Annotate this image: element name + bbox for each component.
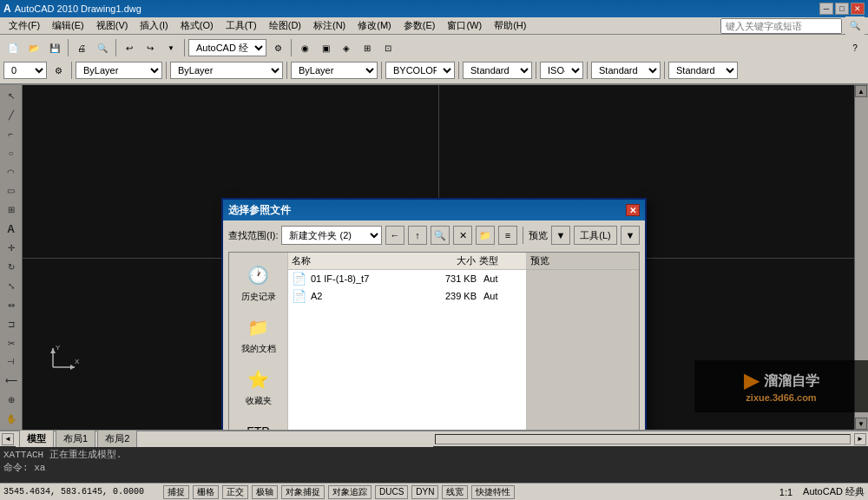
sep12: [664, 62, 665, 79]
help-btn[interactable]: ?: [845, 38, 865, 57]
tab-model[interactable]: 模型: [19, 430, 54, 447]
sep11: [587, 62, 588, 79]
tool5[interactable]: ⊡: [378, 38, 398, 57]
preview-dropdown-btn[interactable]: ▼: [551, 226, 570, 245]
menu-format[interactable]: 格式(O): [175, 18, 219, 33]
sep10: [536, 62, 536, 79]
tool1[interactable]: ◉: [295, 38, 314, 57]
linetype-combo[interactable]: ByLayer: [170, 62, 283, 79]
coordinate-display: 3545.4634, 583.6145, 0.0000: [3, 487, 160, 497]
style-combo[interactable]: Standard: [463, 62, 532, 79]
menu-view[interactable]: 视图(V): [91, 18, 134, 33]
menu-tools[interactable]: 工具(T): [220, 18, 262, 33]
grid-btn[interactable]: 栅格: [193, 485, 219, 499]
print-btn[interactable]: 🖨: [72, 38, 91, 57]
title-bar-controls: ─ □ ✕: [819, 3, 865, 15]
search-button[interactable]: 🔍: [845, 16, 865, 36]
sidebar-mydocs[interactable]: 📁 我的文档: [233, 310, 285, 359]
file-icon-0: 📄: [292, 272, 307, 286]
search-web-btn[interactable]: 🔍: [431, 226, 450, 245]
tab-layout2[interactable]: 布局2: [97, 430, 137, 447]
preview-toggle-label: 预览: [529, 229, 548, 242]
separator2: [115, 39, 116, 56]
undo-arrow-btn[interactable]: ▼: [161, 38, 181, 57]
workspace-settings-btn[interactable]: ⚙: [268, 38, 287, 57]
window-title: AutoCAD 2010 Drawing1.dwg: [15, 3, 141, 14]
lineweight-btn[interactable]: 线宽: [442, 485, 468, 499]
preview-label: 预览: [527, 253, 639, 270]
file-row[interactable]: 📄 A2 239 KB Aut: [288, 287, 526, 305]
sidebar-ftp[interactable]: FTP FTP: [233, 414, 285, 430]
file-row[interactable]: 📄 01 IF-(1-8)_t7 731 KB Aut: [288, 270, 526, 287]
tab-layout1[interactable]: 布局1: [56, 430, 95, 447]
dyn-btn[interactable]: DYN: [411, 485, 438, 499]
sidebar-history[interactable]: 🕐 历史记录: [233, 258, 285, 306]
tool3[interactable]: ◈: [337, 38, 356, 57]
status-bar: 3545.4634, 583.6145, 0.0000 捕捉 栅格 正交 极轴 …: [0, 483, 868, 500]
menu-window[interactable]: 窗口(W): [442, 18, 487, 33]
nav-back-btn[interactable]: ←: [385, 226, 404, 245]
close-button[interactable]: ✕: [851, 3, 865, 15]
tools-btn[interactable]: 工具(L): [574, 226, 617, 245]
minimize-button[interactable]: ─: [819, 3, 833, 15]
file-type-0: Aut: [483, 273, 523, 284]
favorites-icon: ⭐: [245, 365, 273, 393]
layer-combo[interactable]: 0: [3, 62, 47, 79]
text-style-combo[interactable]: Standard: [591, 62, 661, 79]
dialog-body: 查找范围(I): 新建文件夹 (2) ← ↑ 🔍 ✕ 📁 ≡ 预览 ▼ 工: [223, 220, 645, 430]
canvas-hscroll-track[interactable]: [435, 434, 851, 444]
tool4[interactable]: ⊞: [358, 38, 377, 57]
redo-btn[interactable]: ↪: [141, 38, 160, 57]
canvas-hscroll-left[interactable]: ◄: [2, 433, 14, 445]
nav-up-btn[interactable]: ↑: [408, 226, 427, 245]
dim-style-combo[interactable]: Standard: [668, 62, 738, 79]
menu-edit[interactable]: 编辑(E): [47, 18, 89, 33]
canvas-hscroll-right[interactable]: ►: [854, 433, 866, 445]
command-area: XATTACH 正在重生成模型. 命令: xa: [0, 446, 868, 483]
lineweight-combo[interactable]: ByLayer: [291, 62, 378, 79]
ducs-btn[interactable]: DUCS: [375, 485, 408, 499]
separator3: [184, 39, 185, 56]
plotstyle-combo[interactable]: BYCOLOR: [385, 62, 455, 79]
menu-file[interactable]: 文件(F): [3, 18, 45, 33]
tools-dropdown-btn[interactable]: ▼: [621, 226, 640, 245]
open-file-btn[interactable]: 📂: [24, 38, 43, 57]
otrack-btn[interactable]: 对象追踪: [328, 485, 372, 499]
maximize-button[interactable]: □: [835, 3, 849, 15]
save-btn[interactable]: 💾: [45, 38, 64, 57]
menu-param[interactable]: 参数(E): [398, 18, 441, 33]
snap-btn[interactable]: 捕捉: [163, 485, 189, 499]
keyword-search-input[interactable]: [720, 18, 842, 34]
menu-dimension[interactable]: 标注(N): [308, 18, 351, 33]
modal-overlay: 选择参照文件 ✕ 查找范围(I): 新建文件夹 (2) ← ↑ 🔍 ✕: [0, 85, 868, 430]
location-label: 查找范围(I):: [228, 229, 278, 242]
layer-settings-btn[interactable]: ⚙: [49, 61, 68, 80]
view-menu-btn[interactable]: ≡: [498, 226, 517, 245]
delete-btn[interactable]: ✕: [453, 226, 472, 245]
dialog-close-btn[interactable]: ✕: [626, 204, 640, 216]
iso-combo[interactable]: ISO-25: [540, 62, 583, 79]
undo-btn[interactable]: ↩: [120, 38, 139, 57]
toolbar-row1: 📄 📂 💾 🖨 🔍 ↩ ↪ ▼ AutoCAD 经典 ⚙ ◉ ▣ ◈ ⊞ ⊡ ?: [0, 36, 868, 59]
preview-content: [527, 270, 639, 430]
main-area: ↖ ╱ ⌐ ○ ◠ ▭ ⊞ A ✛ ↻ ⤡ ⇔ ⊐ ✂ ⊣ ⟵ ⊕ ✋: [0, 85, 868, 430]
menu-modify[interactable]: 修改(M): [352, 18, 397, 33]
new-file-btn[interactable]: 📄: [3, 38, 23, 57]
menu-insert[interactable]: 插入(I): [135, 18, 173, 33]
osnap-btn[interactable]: 对象捕捉: [281, 485, 325, 499]
ortho-btn[interactable]: 正交: [222, 485, 248, 499]
new-folder-btn[interactable]: 📁: [476, 226, 495, 245]
sep8: [381, 62, 382, 79]
menu-draw[interactable]: 绘图(D): [264, 18, 306, 33]
location-combo[interactable]: 新建文件夹 (2): [281, 226, 382, 245]
sep6: [166, 62, 167, 79]
workspace-combo[interactable]: AutoCAD 经典: [188, 39, 266, 56]
tool2[interactable]: ▣: [316, 38, 335, 57]
menu-help[interactable]: 帮助(H): [489, 18, 531, 33]
print-preview-btn[interactable]: 🔍: [93, 38, 112, 57]
preview-area: 预览: [526, 253, 639, 430]
qprops-btn[interactable]: 快捷特性: [471, 485, 515, 499]
sidebar-favorites[interactable]: ⭐ 收藏夹: [233, 362, 285, 411]
color-combo[interactable]: ByLayer: [76, 62, 162, 79]
polar-btn[interactable]: 极轴: [252, 485, 278, 499]
